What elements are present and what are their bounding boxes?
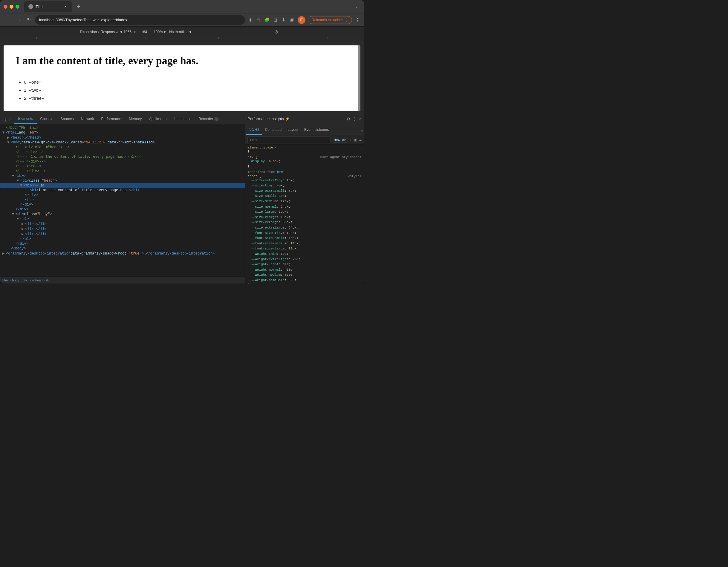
html-tree[interactable]: <!DOCTYPE html> ▼ <html lang="en" > ▶ <h… bbox=[0, 124, 245, 276]
tree-row-li2[interactable]: ▶ <li> … </li> bbox=[0, 227, 245, 232]
tree-row-comment1[interactable]: <!--<div class="head">--> bbox=[0, 145, 245, 150]
style-prop-weight-medium: --weight-medium: 500; bbox=[247, 273, 362, 278]
close-panel-icon[interactable]: × bbox=[359, 117, 362, 121]
tree-row-comment4[interactable]: <!-- </div>--> bbox=[0, 159, 245, 164]
style-prop-size-normal: --size-normal: 24px; bbox=[247, 204, 362, 210]
maximize-window-button[interactable] bbox=[16, 5, 19, 9]
tree-row-div-close1[interactable]: </div> bbox=[0, 193, 245, 198]
devtools-left-icons: ⊹ □ bbox=[1, 116, 14, 124]
back-button[interactable]: ← bbox=[4, 16, 12, 24]
tab-elements[interactable]: Elements bbox=[14, 114, 36, 124]
forward-button[interactable]: → bbox=[14, 16, 23, 24]
devtools-more-menu[interactable]: ⋮ bbox=[356, 29, 362, 35]
new-style-rule-icon[interactable]: ⊞ bbox=[354, 137, 357, 142]
tab-favicon bbox=[28, 4, 33, 9]
relaunch-button[interactable]: Relaunch to update ⋮ bbox=[308, 16, 352, 24]
tab-console[interactable]: Console bbox=[37, 114, 57, 124]
tab-lighthouse[interactable]: Lighthouse bbox=[170, 114, 195, 124]
tab-layout[interactable]: Layout bbox=[285, 125, 301, 135]
window-menu-button[interactable]: ⌄ bbox=[354, 3, 360, 11]
style-prop-size-extraTiny: --size-extraTiny: 2px; bbox=[247, 178, 362, 184]
tree-row-div-selected[interactable]: … ▼ <div> == $0 bbox=[0, 183, 245, 188]
tree-row-h1[interactable]: <h1> I am the content of title, every pa… bbox=[0, 188, 245, 193]
tree-row-comment3[interactable]: <!-- <h1>I am the content of title, ever… bbox=[0, 155, 245, 159]
tree-row-hr[interactable]: <hr> bbox=[0, 198, 245, 202]
tree-row-head[interactable]: ▶ <head> … </head> bbox=[0, 135, 245, 140]
new-tab-button[interactable]: + bbox=[74, 2, 83, 11]
tree-row-comment5[interactable]: <!-- <hr>--> bbox=[0, 164, 245, 169]
breadcrumb-html[interactable]: html bbox=[2, 279, 9, 282]
share-icon[interactable]: ⬆ bbox=[247, 17, 253, 23]
style-prop-display: display: block; bbox=[247, 159, 362, 164]
tab-sources[interactable]: Sources bbox=[57, 114, 77, 124]
right-tab-icons: » bbox=[360, 128, 363, 135]
viewport-resize-handle[interactable] bbox=[358, 45, 360, 111]
reload-button[interactable]: ↻ bbox=[25, 16, 33, 24]
throttle-dropdown-icon[interactable]: ▾ bbox=[189, 30, 191, 34]
filter-pseudo-button[interactable]: :hov .cls bbox=[333, 137, 348, 143]
bookmark-icon[interactable]: ☆ bbox=[256, 17, 262, 23]
tab-computed[interactable]: Computed bbox=[262, 125, 285, 135]
zoom-dropdown-icon[interactable]: ▾ bbox=[164, 30, 166, 34]
profile-avatar[interactable]: E bbox=[298, 16, 305, 24]
tree-row-div-body-close[interactable]: </div> bbox=[0, 242, 245, 246]
styles-filter-input[interactable] bbox=[247, 137, 331, 143]
element-picker-icon[interactable]: ⊹ bbox=[3, 117, 8, 123]
breadcrumb-div[interactable]: div bbox=[23, 279, 27, 282]
breadcrumb-div-last[interactable]: div bbox=[46, 279, 50, 282]
list-item: 2. «three» bbox=[24, 94, 348, 102]
tab-application[interactable]: Application bbox=[146, 114, 170, 124]
add-style-icon[interactable]: + bbox=[350, 137, 352, 142]
browser-more-icon[interactable]: ⋮ bbox=[354, 17, 360, 23]
tree-row-div-close2[interactable]: </div> bbox=[0, 202, 245, 207]
close-window-button[interactable] bbox=[4, 5, 7, 9]
breadcrumb-body[interactable]: body bbox=[12, 279, 19, 282]
tree-row-div-outer[interactable]: ▼ <div> bbox=[0, 174, 245, 178]
toggle-classes-icon[interactable]: ≡ bbox=[359, 137, 362, 142]
dimensions-dropdown-icon[interactable]: ▾ bbox=[120, 30, 122, 34]
breadcrumb-div-head[interactable]: div.head bbox=[30, 279, 43, 282]
tree-row-div-close3[interactable]: </div> bbox=[0, 207, 245, 212]
throttle-label[interactable]: No throttling ▾ bbox=[169, 30, 191, 34]
tree-row-body[interactable]: ▼ <body data-new-gr-c-s-check-loaded="14… bbox=[0, 140, 245, 145]
minimize-window-button[interactable] bbox=[10, 5, 13, 9]
extensions-icon[interactable]: 🧩 bbox=[264, 17, 270, 23]
tree-row-doctype[interactable]: <!DOCTYPE html> bbox=[0, 126, 245, 130]
styles-panel: Performance insights ⚡ ⚙ ⋮ × Styles bbox=[245, 114, 364, 284]
tree-row-div-head[interactable]: ▼ <div class="head" > bbox=[0, 178, 245, 183]
panel-drag-divider[interactable]: — — bbox=[0, 111, 364, 114]
inherited-html-link[interactable]: html bbox=[277, 170, 285, 174]
tab-close-button[interactable]: × bbox=[63, 4, 68, 9]
tree-row-body-close[interactable]: </body> bbox=[0, 246, 245, 251]
device-toolbar-icon[interactable]: □ bbox=[9, 117, 13, 123]
url-input[interactable] bbox=[35, 15, 245, 25]
no-sensor-icon[interactable]: ⊘ bbox=[274, 29, 278, 35]
download-icon[interactable]: ⬇ bbox=[281, 17, 287, 23]
page-content: I am the content of title, every page ha… bbox=[4, 45, 360, 111]
settings-icon[interactable]: ⚙ bbox=[346, 117, 350, 121]
tree-row-comment2[interactable]: <!-- <div>--> bbox=[0, 150, 245, 155]
more-tabs-icon[interactable]: » bbox=[360, 128, 363, 133]
tab-network[interactable]: Network bbox=[77, 114, 98, 124]
tab-recorder[interactable]: Recorder 🎥 bbox=[195, 114, 222, 124]
cast-icon[interactable]: ⊡ bbox=[273, 17, 279, 23]
tab-styles[interactable]: Styles bbox=[246, 125, 262, 135]
tree-row-li1[interactable]: ▶ <li> … </li> bbox=[0, 221, 245, 227]
tab-event-listeners[interactable]: Event Listeners bbox=[301, 125, 332, 135]
tab-search-icon[interactable]: ▣ bbox=[289, 17, 295, 23]
more-options-icon[interactable]: ⋮ bbox=[353, 117, 357, 121]
tree-row-div-body[interactable]: ▼ <div class="body" > bbox=[0, 212, 245, 217]
dimensions-height-input[interactable] bbox=[138, 30, 150, 34]
tree-row-li3[interactable]: ▶ <li> … </li> bbox=[0, 232, 245, 237]
tree-row-grammarly[interactable]: ▶ <grammarly-desktop-integration data-gr… bbox=[0, 251, 245, 256]
tree-row-ul-close[interactable]: </ul> bbox=[0, 237, 245, 242]
tree-row-ul[interactable]: ▼ <ul> bbox=[0, 217, 245, 221]
dimensions-width[interactable]: 1066 bbox=[123, 30, 131, 34]
title-bar: Title × + ⌄ bbox=[0, 0, 364, 13]
tree-row-html[interactable]: ▼ <html lang="en" > bbox=[0, 130, 245, 135]
tab-performance[interactable]: Performance bbox=[98, 114, 126, 124]
tree-row-comment6[interactable]: <!---</div>--> bbox=[0, 169, 245, 174]
style-prop-size-tiny: --size-tiny: 4px; bbox=[247, 183, 362, 189]
browser-tab[interactable]: Title × bbox=[24, 1, 72, 12]
tab-memory[interactable]: Memory bbox=[125, 114, 145, 124]
